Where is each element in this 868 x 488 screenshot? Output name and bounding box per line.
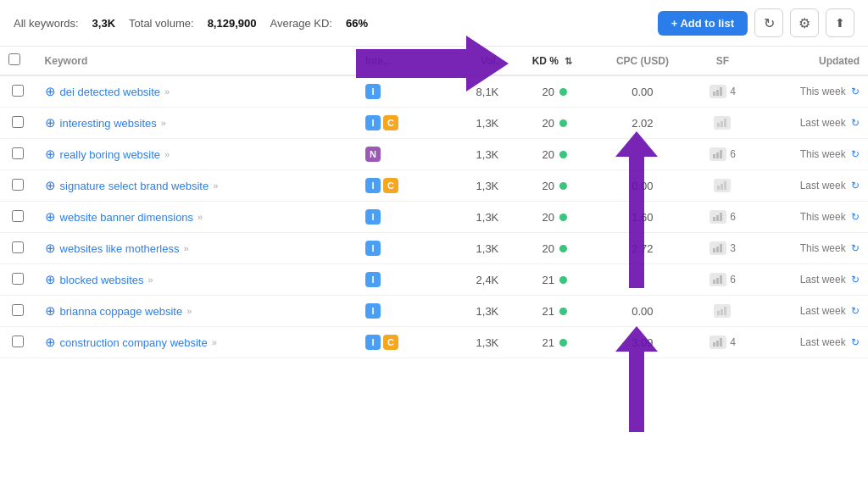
row-checkbox[interactable]	[12, 273, 24, 285]
cpc-cell	[598, 264, 687, 296]
sf-icon	[709, 336, 726, 349]
add-keyword-icon[interactable]: ⊕	[45, 303, 56, 319]
add-keyword-icon[interactable]: ⊕	[45, 335, 56, 350]
cpc-cell: 2.02	[598, 108, 687, 139]
refresh-button[interactable]: ↻	[754, 8, 783, 37]
kd-cell: 21	[507, 327, 597, 358]
row-checkbox[interactable]	[12, 147, 24, 159]
cpc-column-header: CPC (USD)	[598, 47, 687, 75]
keyword-link[interactable]: signature select brand website	[60, 180, 209, 192]
add-to-list-button[interactable]: + Add to list	[658, 11, 748, 36]
add-keyword-icon[interactable]: ⊕	[45, 178, 56, 193]
intent-badge-c: C	[383, 335, 398, 350]
row-checkbox-cell	[0, 139, 36, 170]
kd-cell: 20	[507, 233, 597, 264]
updated-text: Last week	[800, 274, 846, 286]
add-keyword-icon[interactable]: ⊕	[45, 84, 56, 99]
keyword-link[interactable]: dei detected website	[60, 86, 161, 98]
intent-cell: I	[357, 202, 437, 233]
keyword-expand-icon: »	[183, 243, 188, 253]
svg-rect-15	[713, 248, 715, 252]
svg-rect-16	[716, 247, 719, 252]
row-refresh-icon[interactable]: ↻	[851, 117, 860, 129]
intent-badge-i: I	[365, 272, 381, 287]
refresh-icon: ↻	[764, 15, 775, 31]
keyword-link[interactable]: brianna coppage website	[60, 305, 183, 318]
row-refresh-icon[interactable]: ↻	[851, 86, 860, 97]
intent-badge-n: N	[365, 147, 381, 162]
kd-cell: 21	[507, 296, 597, 327]
export-button[interactable]: ⬆	[826, 8, 854, 37]
add-keyword-icon[interactable]: ⊕	[45, 147, 56, 162]
kd-value: 21	[537, 305, 554, 318]
intent-badge-i: I	[365, 335, 381, 350]
volume-cell: 1,3K	[437, 296, 508, 327]
row-refresh-icon[interactable]: ↻	[851, 305, 860, 317]
sf-value: 4	[730, 336, 736, 348]
sf-value: 6	[730, 211, 736, 223]
kd-dot	[559, 339, 567, 347]
total-volume-value: 8,129,900	[208, 17, 257, 30]
svg-rect-13	[716, 215, 719, 221]
keyword-link[interactable]: interesting websites	[60, 117, 157, 130]
keyword-expand-icon: »	[186, 306, 192, 316]
svg-rect-9	[717, 186, 720, 190]
kd-dot	[559, 88, 567, 96]
intent-badge-i: I	[365, 115, 381, 130]
all-keywords-label: All keywords:	[14, 17, 79, 30]
kd-cell: 20	[507, 170, 597, 202]
svg-rect-17	[720, 244, 722, 252]
sf-value: 6	[730, 274, 736, 286]
kd-cell: 20	[507, 139, 597, 170]
row-checkbox[interactable]	[12, 85, 24, 97]
svg-rect-24	[713, 342, 715, 347]
row-checkbox[interactable]	[12, 304, 24, 316]
updated-text: Last week	[800, 180, 846, 191]
add-keyword-icon[interactable]: ⊕	[45, 241, 56, 256]
sf-cell: 3	[687, 233, 758, 264]
keyword-link[interactable]: really boring website	[60, 148, 161, 161]
updated-text: Last week	[800, 117, 846, 129]
svg-rect-6	[713, 154, 715, 158]
keyword-link[interactable]: construction company website	[60, 336, 208, 349]
cpc-cell: 0.00	[598, 75, 687, 108]
add-keyword-icon[interactable]: ⊕	[45, 115, 56, 130]
select-all-checkbox[interactable]	[8, 53, 20, 65]
row-refresh-icon[interactable]: ↻	[851, 148, 860, 160]
row-checkbox[interactable]	[12, 179, 24, 191]
kd-column-header[interactable]: KD % ⇅	[507, 47, 597, 75]
keyword-cell: ⊕ blocked websites »	[36, 264, 357, 296]
row-refresh-icon[interactable]: ↻	[851, 274, 860, 286]
keyword-expand-icon: »	[161, 118, 166, 128]
row-refresh-icon[interactable]: ↻	[851, 211, 860, 223]
add-keyword-icon[interactable]: ⊕	[45, 272, 56, 287]
row-checkbox[interactable]	[12, 116, 24, 128]
svg-rect-1	[716, 90, 719, 96]
row-refresh-icon[interactable]: ↻	[851, 180, 860, 191]
keyword-expand-icon: »	[213, 180, 218, 191]
keyword-link[interactable]: websites like motherless	[60, 242, 180, 255]
keyword-link[interactable]: website banner dimensions	[60, 211, 194, 224]
add-keyword-icon[interactable]: ⊕	[45, 209, 56, 225]
row-checkbox[interactable]	[12, 210, 24, 222]
svg-rect-11	[724, 181, 726, 190]
volume-cell: 1,3K	[437, 139, 508, 170]
volume-cell: 1,3K	[437, 202, 508, 233]
intent-column-header: Inte...	[357, 47, 437, 75]
cpc-cell: 3.09	[598, 327, 687, 358]
settings-button[interactable]: ⚙	[790, 8, 819, 37]
row-checkbox-cell	[0, 264, 36, 296]
sf-icon	[709, 147, 726, 161]
table-row: ⊕ really boring website » N1,3K 20 6 Thi…	[0, 139, 868, 170]
kd-dot	[559, 276, 567, 284]
row-refresh-icon[interactable]: ↻	[851, 242, 860, 254]
keyword-link[interactable]: blocked websites	[60, 274, 144, 286]
row-checkbox[interactable]	[12, 336, 24, 347]
svg-rect-4	[721, 121, 723, 127]
svg-rect-10	[721, 184, 723, 190]
updated-cell: This week ↻	[758, 139, 868, 170]
row-refresh-icon[interactable]: ↻	[851, 336, 860, 348]
all-keywords-value: 3,3K	[92, 17, 115, 30]
sf-value: 6	[730, 148, 736, 160]
row-checkbox[interactable]	[12, 241, 24, 253]
